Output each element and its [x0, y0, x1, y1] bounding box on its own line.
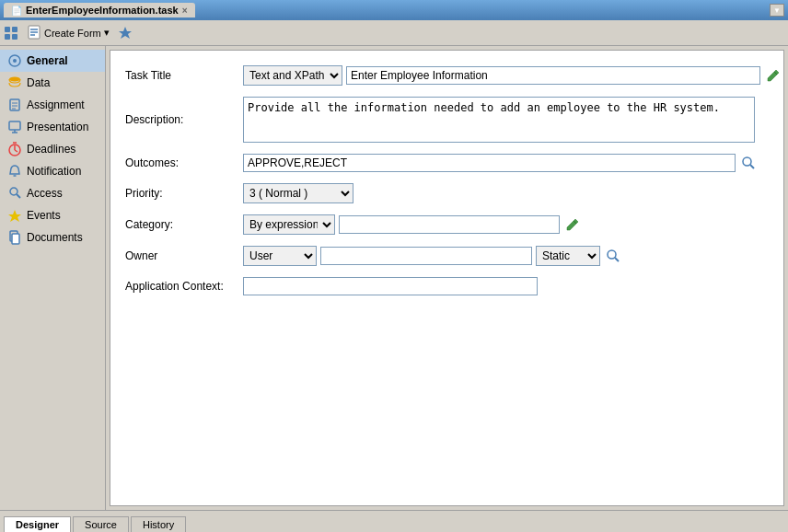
title-tab-label: EnterEmployeeInformation.task	[26, 5, 179, 16]
sidebar-item-deadlines-label: Deadlines	[27, 143, 75, 156]
owner-row: Owner User Group Role Static Dynamic	[125, 246, 769, 266]
description-label: Description:	[125, 113, 236, 126]
create-form-button[interactable]: Create Form ▾	[20, 22, 116, 44]
svg-rect-0	[5, 27, 10, 32]
owner-input[interactable]	[320, 247, 532, 265]
tab-source[interactable]: Source	[73, 516, 129, 532]
description-textarea[interactable]: Provide all the information needed to ad…	[243, 97, 755, 143]
sidebar-item-events[interactable]: Events	[0, 204, 105, 226]
sidebar-item-documents-label: Documents	[27, 231, 83, 244]
sidebar-item-access-label: Access	[27, 187, 63, 200]
svg-rect-15	[9, 121, 20, 130]
sidebar-item-presentation[interactable]: Presentation	[0, 116, 105, 138]
bottom-tabs: Designer Source History	[0, 510, 788, 532]
toolbar-pin-icon[interactable]	[118, 26, 133, 40]
task-title-dropdown[interactable]: Text and XPath	[243, 65, 342, 86]
sidebar-item-general[interactable]: General	[0, 50, 105, 72]
sidebar-item-access[interactable]: Access	[0, 182, 105, 204]
assignment-icon	[7, 98, 22, 112]
general-icon	[7, 53, 22, 68]
sidebar: General Data Assignment	[0, 46, 106, 510]
sidebar-item-deadlines[interactable]: Deadlines	[0, 138, 105, 160]
deadlines-icon	[7, 142, 22, 156]
tab-history[interactable]: History	[131, 516, 186, 532]
svg-line-30	[750, 165, 754, 168]
app-context-label: Application Context:	[125, 280, 236, 293]
sidebar-item-general-label: General	[27, 54, 68, 67]
app-context-controls	[243, 277, 769, 295]
events-icon	[7, 208, 22, 223]
task-title-input[interactable]	[346, 66, 760, 85]
notification-icon	[7, 164, 22, 179]
sidebar-item-data[interactable]: Data	[0, 72, 105, 94]
priority-label: Priority:	[125, 187, 236, 200]
task-title-label: Task Title	[125, 69, 236, 82]
owner-type-dropdown[interactable]: User Group Role	[243, 246, 317, 266]
svg-point-9	[13, 59, 17, 63]
task-title-controls: Text and XPath	[243, 65, 782, 86]
close-icon[interactable]: ×	[182, 6, 188, 16]
title-bar: 📄 EnterEmployeeInformation.task × ▼	[0, 0, 788, 20]
category-label: Category:	[125, 218, 236, 231]
outcomes-controls	[243, 154, 769, 172]
task-title-row: Task Title Text and XPath	[125, 65, 769, 86]
sidebar-item-events-label: Events	[27, 209, 61, 222]
owner-label: Owner	[125, 249, 236, 262]
svg-line-24	[17, 194, 20, 198]
description-row: Description: Provide all the information…	[125, 97, 769, 143]
svg-point-10	[9, 77, 20, 82]
content-area: Task Title Text and XPath Description: P…	[110, 50, 784, 506]
tab-designer[interactable]: Designer	[4, 516, 71, 532]
svg-rect-1	[12, 27, 17, 32]
sidebar-item-data-label: Data	[27, 76, 50, 89]
data-icon	[7, 75, 22, 90]
toolbar-icon1	[4, 26, 18, 40]
create-form-icon	[27, 25, 41, 41]
sidebar-item-presentation-label: Presentation	[27, 121, 88, 133]
svg-line-33	[615, 258, 619, 261]
svg-marker-25	[8, 210, 21, 222]
create-form-label: Create Form	[44, 28, 101, 39]
outcomes-input[interactable]	[243, 154, 736, 172]
owner-controls: User Group Role Static Dynamic	[243, 246, 769, 266]
category-type-dropdown[interactable]: By expression Fixed	[243, 214, 335, 235]
app-context-row: Application Context:	[125, 277, 769, 295]
category-edit-button[interactable]	[563, 215, 582, 234]
svg-rect-27	[12, 234, 19, 244]
category-row: Category: By expression Fixed	[125, 214, 769, 235]
window-minimize-button[interactable]: ▼	[770, 4, 784, 17]
outcomes-label: Outcomes:	[125, 156, 236, 169]
title-bar-right: ▼	[768, 4, 784, 17]
create-form-dropdown-icon: ▾	[104, 27, 110, 39]
task-title-edit-button[interactable]	[764, 66, 782, 85]
outcomes-search-button[interactable]	[739, 154, 758, 172]
category-controls: By expression Fixed	[243, 214, 769, 235]
sidebar-item-documents[interactable]: Documents	[0, 226, 105, 249]
priority-dropdown[interactable]: 3 ( Normal ) 1 ( Highest ) 2 ( High ) 4 …	[243, 183, 353, 203]
svg-point-23	[10, 188, 17, 195]
owner-search-button[interactable]	[604, 247, 622, 265]
main-layout: General Data Assignment	[0, 46, 788, 510]
title-tab[interactable]: 📄 EnterEmployeeInformation.task ×	[4, 3, 195, 17]
toolbar: Create Form ▾	[0, 20, 788, 46]
sidebar-item-notification-label: Notification	[27, 165, 81, 178]
svg-point-32	[608, 250, 616, 259]
priority-controls: 3 ( Normal ) 1 ( Highest ) 2 ( High ) 4 …	[243, 183, 769, 203]
sidebar-item-notification[interactable]: Notification	[0, 160, 105, 182]
category-input[interactable]	[339, 215, 560, 234]
svg-rect-3	[12, 34, 17, 40]
sidebar-item-assignment-label: Assignment	[27, 98, 85, 111]
svg-line-20	[15, 150, 17, 152]
priority-row: Priority: 3 ( Normal ) 1 ( Highest ) 2 (…	[125, 183, 769, 203]
svg-point-29	[743, 157, 751, 166]
presentation-icon	[7, 120, 22, 134]
outcomes-row: Outcomes:	[125, 154, 769, 172]
access-icon	[7, 186, 22, 201]
app-context-input[interactable]	[243, 277, 538, 295]
sidebar-item-assignment[interactable]: Assignment	[0, 94, 105, 116]
documents-icon	[7, 230, 22, 245]
owner-mode-dropdown[interactable]: Static Dynamic	[536, 246, 600, 266]
svg-rect-2	[5, 34, 10, 40]
description-controls: Provide all the information needed to ad…	[243, 97, 769, 143]
